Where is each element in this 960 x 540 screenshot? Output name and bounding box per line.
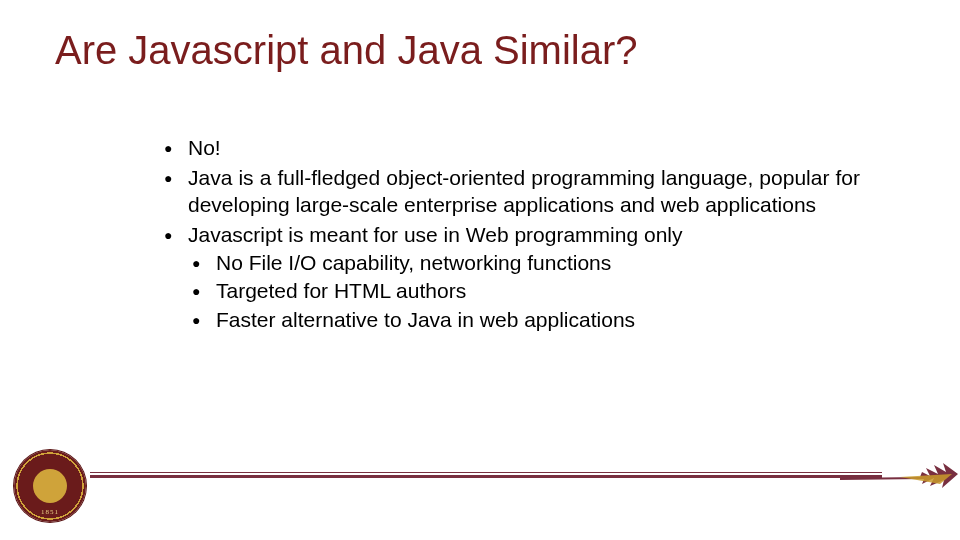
sub-no-fileio: No File I/O capability, networking funct…	[188, 250, 860, 276]
slide-title: Are Javascript and Java Similar?	[55, 28, 637, 73]
slide-body: No! Java is a full-fledged object-orient…	[160, 135, 860, 337]
bullet-js-text: Javascript is meant for use in Web progr…	[188, 223, 682, 246]
bullet-no: No!	[160, 135, 860, 161]
sub-targeted: Targeted for HTML authors	[188, 278, 860, 304]
sub-faster: Faster alternative to Java in web applic…	[188, 307, 860, 333]
bullet-js-desc: Javascript is meant for use in Web progr…	[160, 222, 860, 333]
seal-year: 1851	[41, 508, 59, 516]
bullet-java-desc: Java is a full-fledged object-oriented p…	[160, 165, 860, 218]
university-seal: 1851	[14, 450, 86, 522]
footer-rule	[90, 472, 942, 478]
spear-icon	[840, 460, 960, 492]
